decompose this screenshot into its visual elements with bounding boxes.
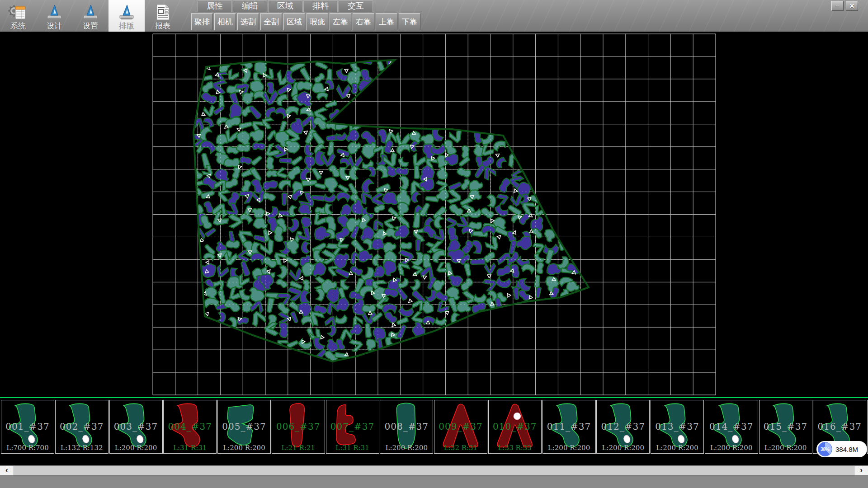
thumbnail-lr-count: L:200 R:200 (218, 444, 270, 452)
main-button-2[interactable]: 设计 (36, 0, 72, 32)
thumbnail-lr-count: L:32 R:31 (434, 444, 487, 452)
thumbnail-label: 008_#37 (380, 421, 433, 432)
tool-button-7[interactable]: 左靠 (330, 13, 351, 30)
thumbnail-label: 002_#37 (56, 421, 108, 432)
thumbnail-label: 016_#37 (813, 421, 866, 432)
menu-item-2[interactable]: 编辑 (233, 0, 267, 12)
gear-icon (8, 3, 28, 21)
thumbnail-lr-count: L:200 R:200 (705, 444, 758, 452)
tool-bar: 聚排相机选割全割区域瑕疵左靠右靠上靠下靠 (191, 13, 422, 30)
ruler-icon (44, 3, 64, 21)
thumbnail-004_#37[interactable]: 004_#37L:31 R:31 (163, 400, 217, 454)
tool-button-5[interactable]: 区域 (283, 13, 305, 30)
main-button-label: 设计 (47, 22, 62, 30)
thumbnail-label: 001_#37 (1, 421, 54, 432)
thumbnail-label: 007_#37 (326, 421, 379, 432)
thumbnail-005_#37[interactable]: 005_#37L:200 R:200 (217, 400, 271, 454)
thumbnail-001_#37[interactable]: 001_#37L:700 R:700 (1, 400, 54, 454)
tool-button-6[interactable]: 瑕疵 (307, 13, 328, 30)
thumbnail-lr-count: L:200 R:200 (760, 444, 812, 452)
main-button-label: 报表 (155, 22, 170, 30)
menu-item-4[interactable]: 排料 (303, 0, 338, 12)
memory-usage: 384.8M (835, 446, 858, 453)
window-controls: – ✕ (831, 1, 858, 11)
menu-item-5[interactable]: 交互 (339, 0, 373, 12)
thumbnail-lr-count: L:200 R:200 (110, 444, 162, 452)
thumbnail-006_#37[interactable]: 006_#37L:21 R:21 (272, 400, 325, 454)
thumbnail-015_#37[interactable]: 015_#37L:200 R:200 (759, 400, 812, 454)
app-window: 系统 设计 设置 排版 报表 属性编辑区域排料交互 聚排相机选割全割区域瑕疵左靠… (0, 0, 868, 488)
report-icon (153, 3, 173, 21)
thumbnail-label: 005_#37 (218, 421, 270, 432)
minimize-button[interactable]: – (831, 1, 844, 11)
thumbnail-002_#37[interactable]: 002_#37L:132 R:132 (55, 400, 108, 454)
main-button-label: 系统 (10, 22, 26, 30)
thumbnail-008_#37[interactable]: 008_#37L:200 R:200 (380, 400, 433, 454)
scroll-left-button[interactable]: ‹ (0, 466, 14, 475)
tool-button-10[interactable]: 下靠 (399, 13, 420, 30)
thumbnail-lr-count: L:31 R:31 (326, 444, 379, 452)
thumbnail-label: 013_#37 (651, 421, 703, 432)
status-bar (0, 475, 868, 488)
menu-bar: 属性编辑区域排料交互 (198, 0, 374, 12)
thumbnail-lr-count: L:200 R:200 (380, 444, 433, 452)
main-button-1[interactable]: 系统 (0, 0, 36, 32)
thumbnail-014_#37[interactable]: 014_#37L:200 R:200 (705, 400, 758, 454)
horizontal-scrollbar[interactable]: ‹ › (0, 465, 868, 475)
thumbnail-label: 015_#37 (760, 421, 812, 432)
ruler-icon (80, 3, 100, 21)
thumbnail-013_#37[interactable]: 013_#37L:200 R:200 (651, 400, 704, 454)
thumbnail-lr-count: L:33 R:33 (489, 444, 541, 452)
main-button-5[interactable]: 报表 (145, 0, 181, 32)
thumbnail-011_#37[interactable]: 011_#37L:200 R:200 (542, 400, 596, 454)
menu-item-1[interactable]: 属性 (198, 0, 232, 12)
tool-button-3[interactable]: 选割 (237, 13, 259, 30)
ruler-icon (117, 3, 137, 21)
thumbnail-label: 011_#37 (543, 421, 595, 432)
progress-percent-circle: 38% (818, 442, 832, 456)
main-button-label: 排版 (119, 22, 134, 30)
thumbnail-lr-count: L:200 R:200 (543, 444, 595, 452)
main-button-4[interactable]: 排版 (108, 0, 145, 32)
strip-divider (0, 397, 868, 398)
thumbnail-label: 006_#37 (272, 421, 325, 432)
scroll-right-button[interactable]: › (854, 466, 868, 475)
tool-button-4[interactable]: 全割 (260, 13, 282, 30)
menu-item-3[interactable]: 区域 (268, 0, 302, 12)
thumbnail-003_#37[interactable]: 003_#37L:200 R:200 (109, 400, 163, 454)
thumbnail-label: 009_#37 (434, 421, 487, 432)
thumbnail-009_#37[interactable]: 009_#37L:32 R:31 (434, 400, 487, 454)
tool-button-9[interactable]: 上靠 (376, 13, 397, 30)
tool-button-2[interactable]: 相机 (214, 13, 236, 30)
main-button-3[interactable]: 设置 (72, 0, 108, 32)
progress-badge: 38% 384.8M (816, 441, 867, 457)
tool-button-1[interactable]: 聚排 (191, 13, 213, 30)
thumbnail-label: 012_#37 (597, 421, 649, 432)
thumbnail-010_#37[interactable]: 010_#37L:33 R:33 (488, 400, 542, 454)
thumbnail-label: 003_#37 (110, 421, 162, 432)
thumbnail-label: 010_#37 (489, 421, 541, 432)
thumbnail-lr-count: L:31 R:31 (164, 444, 216, 452)
progress-percent: 38% (821, 447, 830, 452)
thumbnail-lr-count: L:700 R:700 (1, 444, 54, 452)
thumbnail-012_#37[interactable]: 012_#37L:200 R:200 (596, 400, 650, 454)
thumbnail-lr-count: L:200 R:200 (597, 444, 649, 452)
toolbar: 系统 设计 设置 排版 报表 属性编辑区域排料交互 聚排相机选割全割区域瑕疵左靠… (0, 0, 868, 32)
thumbnail-lr-count: L:21 R:21 (272, 444, 325, 452)
thumbnail-label: 014_#37 (705, 421, 758, 432)
thumbnail-lr-count: L:132 R:132 (56, 444, 108, 452)
close-button[interactable]: ✕ (846, 1, 858, 11)
thumbnail-007_#37[interactable]: 007_#37L:31 R:31 (326, 400, 379, 454)
tool-button-8[interactable]: 右靠 (353, 13, 374, 30)
thumbnail-label: 004_#37 (164, 421, 216, 432)
main-button-label: 设置 (83, 22, 98, 30)
thumbnail-lr-count: L:200 R:200 (651, 444, 703, 452)
